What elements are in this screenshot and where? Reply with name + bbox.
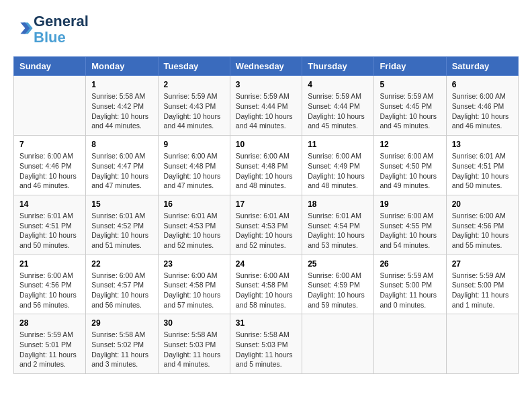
day-info: Sunrise: 5:59 AM Sunset: 5:00 PM Dayligh…: [452, 271, 513, 310]
day-info: Sunrise: 6:01 AM Sunset: 4:53 PM Dayligh…: [164, 211, 224, 250]
day-number: 2: [164, 80, 224, 89]
day-number: 25: [308, 259, 368, 269]
day-info: Sunrise: 6:01 AM Sunset: 4:52 PM Dayligh…: [91, 211, 152, 250]
day-number: 31: [236, 318, 296, 328]
day-number: 9: [164, 140, 224, 149]
calendar-cell: 9Sunrise: 6:00 AM Sunset: 4:48 PM Daylig…: [158, 136, 230, 195]
day-number: 6: [452, 80, 513, 89]
column-header-saturday: Saturday: [446, 57, 518, 76]
calendar-cell: 22Sunrise: 6:00 AM Sunset: 4:57 PM Dayli…: [86, 255, 158, 314]
day-info: Sunrise: 6:00 AM Sunset: 4:48 PM Dayligh…: [236, 151, 296, 191]
day-number: 22: [91, 259, 152, 269]
calendar-cell: 11Sunrise: 6:00 AM Sunset: 4:49 PM Dayli…: [302, 136, 374, 195]
day-number: 18: [308, 199, 368, 209]
calendar-cell: 19Sunrise: 6:00 AM Sunset: 4:55 PM Dayli…: [374, 195, 446, 255]
day-info: Sunrise: 6:00 AM Sunset: 4:49 PM Dayligh…: [308, 151, 368, 191]
column-header-friday: Friday: [374, 57, 446, 76]
calendar-cell: 13Sunrise: 6:01 AM Sunset: 4:51 PM Dayli…: [446, 136, 518, 195]
day-number: 26: [380, 259, 440, 269]
day-number: 7: [19, 140, 80, 149]
calendar-cell: 1Sunrise: 5:58 AM Sunset: 4:42 PM Daylig…: [86, 76, 158, 136]
calendar-header-row: SundayMondayTuesdayWednesdayThursdayFrid…: [14, 57, 519, 76]
day-info: Sunrise: 5:59 AM Sunset: 5:00 PM Dayligh…: [380, 271, 440, 310]
calendar-cell: 17Sunrise: 6:01 AM Sunset: 4:53 PM Dayli…: [230, 195, 302, 255]
day-info: Sunrise: 6:00 AM Sunset: 4:47 PM Dayligh…: [91, 151, 152, 191]
calendar-cell: 31Sunrise: 5:58 AM Sunset: 5:03 PM Dayli…: [230, 314, 302, 374]
calendar-cell: 26Sunrise: 5:59 AM Sunset: 5:00 PM Dayli…: [374, 255, 446, 314]
column-header-sunday: Sunday: [14, 57, 86, 76]
calendar-cell: [302, 314, 374, 374]
day-number: 17: [236, 199, 296, 209]
day-info: Sunrise: 6:00 AM Sunset: 4:58 PM Dayligh…: [236, 271, 296, 310]
day-number: 27: [452, 259, 513, 269]
day-info: Sunrise: 6:00 AM Sunset: 4:58 PM Dayligh…: [164, 271, 224, 310]
calendar-cell: 7Sunrise: 6:00 AM Sunset: 4:46 PM Daylig…: [14, 136, 86, 195]
day-number: 20: [452, 199, 513, 209]
calendar-week-row: 7Sunrise: 6:00 AM Sunset: 4:46 PM Daylig…: [14, 136, 519, 195]
column-header-wednesday: Wednesday: [230, 57, 302, 76]
calendar-cell: 20Sunrise: 6:00 AM Sunset: 4:56 PM Dayli…: [446, 195, 518, 255]
day-number: 19: [380, 199, 440, 209]
calendar-cell: 14Sunrise: 6:01 AM Sunset: 4:51 PM Dayli…: [14, 195, 86, 255]
logo: General Blue: [13, 13, 89, 46]
calendar-cell: 4Sunrise: 5:59 AM Sunset: 4:44 PM Daylig…: [302, 76, 374, 136]
day-info: Sunrise: 6:01 AM Sunset: 4:54 PM Dayligh…: [308, 211, 368, 250]
logo-text: General Blue: [34, 13, 89, 46]
day-info: Sunrise: 5:59 AM Sunset: 4:44 PM Dayligh…: [308, 91, 368, 131]
calendar-week-row: 14Sunrise: 6:01 AM Sunset: 4:51 PM Dayli…: [14, 195, 519, 255]
calendar-cell: [446, 314, 518, 374]
day-number: 13: [452, 140, 513, 149]
column-header-tuesday: Tuesday: [158, 57, 230, 76]
calendar-cell: 25Sunrise: 6:00 AM Sunset: 4:59 PM Dayli…: [302, 255, 374, 314]
day-number: 5: [380, 80, 440, 89]
calendar-cell: 21Sunrise: 6:00 AM Sunset: 4:56 PM Dayli…: [14, 255, 86, 314]
calendar-week-row: 21Sunrise: 6:00 AM Sunset: 4:56 PM Dayli…: [14, 255, 519, 314]
calendar-cell: 5Sunrise: 5:59 AM Sunset: 4:45 PM Daylig…: [374, 76, 446, 136]
calendar-cell: [14, 76, 86, 136]
column-header-monday: Monday: [86, 57, 158, 76]
day-number: 21: [19, 259, 80, 269]
day-number: 14: [19, 199, 80, 209]
day-number: 23: [164, 259, 224, 269]
day-info: Sunrise: 5:59 AM Sunset: 4:43 PM Dayligh…: [164, 91, 224, 131]
calendar-cell: 30Sunrise: 5:58 AM Sunset: 5:03 PM Dayli…: [158, 314, 230, 374]
day-number: 10: [236, 140, 296, 149]
day-number: 11: [308, 140, 368, 149]
calendar-week-row: 28Sunrise: 5:59 AM Sunset: 5:01 PM Dayli…: [14, 314, 519, 374]
day-info: Sunrise: 6:01 AM Sunset: 4:51 PM Dayligh…: [19, 211, 80, 250]
calendar-cell: 10Sunrise: 6:00 AM Sunset: 4:48 PM Dayli…: [230, 136, 302, 195]
day-info: Sunrise: 6:00 AM Sunset: 4:55 PM Dayligh…: [380, 211, 440, 250]
day-info: Sunrise: 5:58 AM Sunset: 4:42 PM Dayligh…: [91, 91, 152, 131]
day-number: 8: [91, 140, 152, 149]
calendar-cell: 24Sunrise: 6:00 AM Sunset: 4:58 PM Dayli…: [230, 255, 302, 314]
day-info: Sunrise: 5:58 AM Sunset: 5:03 PM Dayligh…: [164, 330, 224, 369]
calendar-cell: 15Sunrise: 6:01 AM Sunset: 4:52 PM Dayli…: [86, 195, 158, 255]
day-number: 12: [380, 140, 440, 149]
day-number: 15: [91, 199, 152, 209]
calendar-cell: 6Sunrise: 6:00 AM Sunset: 4:46 PM Daylig…: [446, 76, 518, 136]
day-number: 24: [236, 259, 296, 269]
day-info: Sunrise: 6:01 AM Sunset: 4:51 PM Dayligh…: [452, 151, 513, 191]
day-info: Sunrise: 5:59 AM Sunset: 4:44 PM Dayligh…: [236, 91, 296, 131]
calendar-week-row: 1Sunrise: 5:58 AM Sunset: 4:42 PM Daylig…: [14, 76, 519, 136]
day-info: Sunrise: 6:00 AM Sunset: 4:46 PM Dayligh…: [452, 91, 513, 131]
column-header-thursday: Thursday: [302, 57, 374, 76]
day-info: Sunrise: 6:01 AM Sunset: 4:53 PM Dayligh…: [236, 211, 296, 250]
day-info: Sunrise: 6:00 AM Sunset: 4:59 PM Dayligh…: [308, 271, 368, 310]
calendar-cell: 2Sunrise: 5:59 AM Sunset: 4:43 PM Daylig…: [158, 76, 230, 136]
calendar-cell: [374, 314, 446, 374]
page-header: General Blue: [13, 13, 519, 46]
calendar-table: SundayMondayTuesdayWednesdayThursdayFrid…: [13, 56, 519, 374]
calendar-cell: 27Sunrise: 5:59 AM Sunset: 5:00 PM Dayli…: [446, 255, 518, 314]
calendar-cell: 29Sunrise: 5:58 AM Sunset: 5:02 PM Dayli…: [86, 314, 158, 374]
calendar-cell: 28Sunrise: 5:59 AM Sunset: 5:01 PM Dayli…: [14, 314, 86, 374]
calendar-cell: 16Sunrise: 6:01 AM Sunset: 4:53 PM Dayli…: [158, 195, 230, 255]
calendar-cell: 8Sunrise: 6:00 AM Sunset: 4:47 PM Daylig…: [86, 136, 158, 195]
day-info: Sunrise: 6:00 AM Sunset: 4:57 PM Dayligh…: [91, 271, 152, 310]
day-number: 28: [19, 318, 80, 328]
calendar-cell: 18Sunrise: 6:01 AM Sunset: 4:54 PM Dayli…: [302, 195, 374, 255]
day-number: 3: [236, 80, 296, 89]
day-number: 16: [164, 199, 224, 209]
day-info: Sunrise: 6:00 AM Sunset: 4:48 PM Dayligh…: [164, 151, 224, 191]
calendar-cell: 3Sunrise: 5:59 AM Sunset: 4:44 PM Daylig…: [230, 76, 302, 136]
